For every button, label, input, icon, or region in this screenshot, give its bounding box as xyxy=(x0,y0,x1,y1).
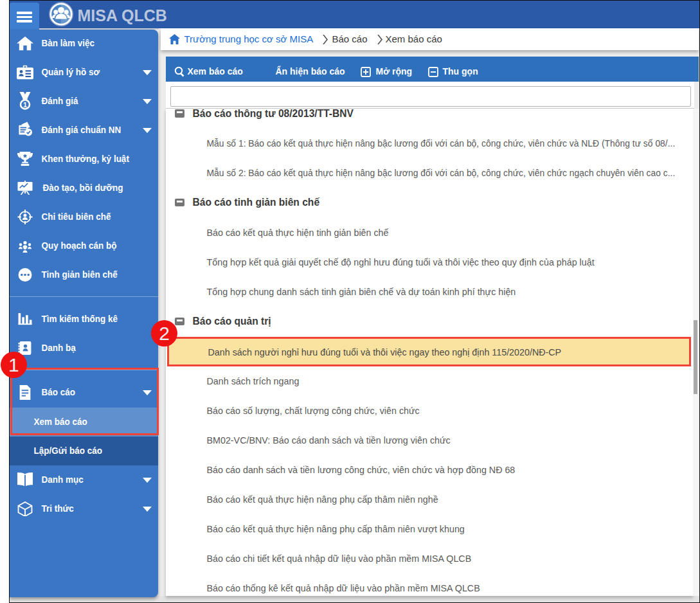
svg-text:1: 1 xyxy=(22,100,26,108)
